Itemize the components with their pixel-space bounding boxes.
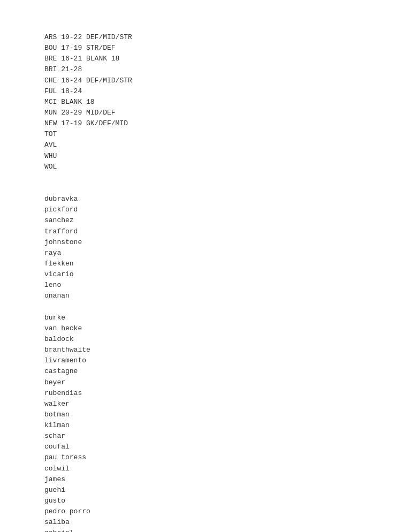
main-content: ARS 19-22 DEF/MID/STR BOU 17-19 STR/DEF … [44, 32, 411, 532]
